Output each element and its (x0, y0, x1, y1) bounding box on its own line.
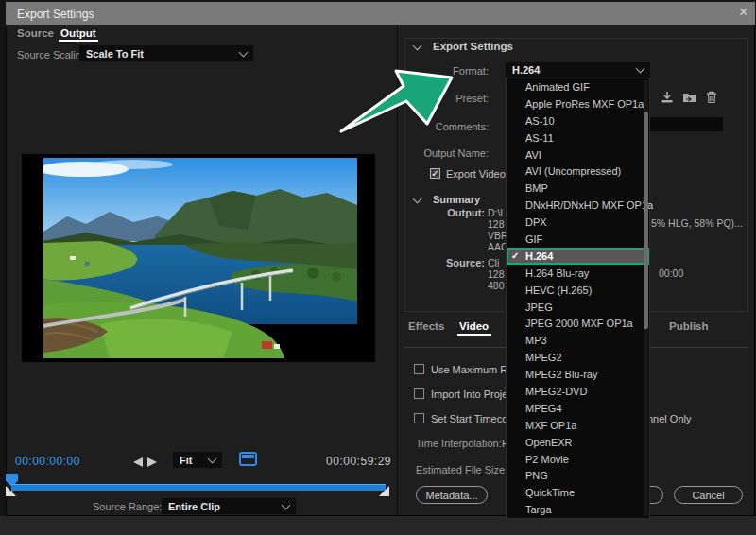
format-select[interactable]: H.264 (506, 62, 650, 78)
set-in-point-button[interactable] (133, 457, 143, 467)
format-option-label: Targa (525, 504, 552, 515)
format-option-jpeg[interactable]: JPEG (507, 299, 649, 316)
download-icon (661, 91, 674, 104)
chevron-down-icon (282, 500, 291, 509)
summary-source-label: Source: (369, 257, 485, 268)
format-option-apple-prores-mxf-op1a[interactable]: Apple ProRes MXF OP1a (507, 95, 649, 112)
format-option-openexr[interactable]: OpenEXR (507, 434, 649, 451)
format-option-animated-gif[interactable]: Animated GIF (507, 78, 649, 95)
format-option-targa[interactable]: Targa (507, 501, 649, 518)
source-range-label: Source Range: (93, 501, 162, 512)
save-preset-button[interactable] (661, 91, 674, 104)
format-option-mp3[interactable]: MP3 (507, 332, 649, 349)
format-option-gif[interactable]: GIF (507, 231, 649, 248)
preview-zoom-value: Fit (180, 455, 192, 466)
metadata-button[interactable]: Metadata... (416, 486, 488, 504)
export-settings-header: Export Settings (433, 41, 513, 52)
tab-output-underline (59, 40, 98, 42)
dropdown-scrollbar-thumb[interactable] (644, 112, 648, 329)
format-option-bmp[interactable]: BMP (507, 180, 649, 197)
format-option-label: Apple ProRes MXF OP1a (525, 98, 644, 110)
format-option-label: P2 Movie (525, 454, 569, 465)
summary-output-value: D:\l (488, 207, 503, 218)
close-button[interactable]: × (739, 4, 747, 21)
format-option-label: AVI (525, 149, 541, 161)
format-option-jpeg-2000-mxf-op1a[interactable]: JPEG 2000 MXF OP1a (507, 315, 649, 332)
delete-preset-button[interactable] (706, 91, 717, 104)
export-video-checkbox[interactable]: ✓ (430, 168, 440, 179)
aspect-corrected-preview-toggle[interactable] (239, 452, 257, 466)
source-range-value: Entire Clip (168, 501, 220, 512)
format-option-dnxhr-dnxhd-mxf-op1a[interactable]: DNxHR/DNxHD MXF OP1a (507, 197, 649, 214)
format-option-h-264-blu-ray[interactable]: H.264 Blu-ray (507, 265, 649, 282)
format-option-h-264[interactable]: ✓H.264 (507, 248, 649, 265)
source-scaling-select[interactable]: Scale To Fit (79, 45, 253, 61)
format-option-label: AS-10 (525, 115, 555, 127)
estimated-file-size-label: Estimated File Size: (416, 464, 507, 475)
monitor-icon (242, 455, 254, 458)
trim-handle-right[interactable] (379, 486, 389, 496)
summary-source-line: 480 (488, 280, 505, 291)
format-option-mpeg2-dvd[interactable]: MPEG2-DVD (507, 383, 649, 400)
format-option-avi-uncompressed-[interactable]: AVI (Uncompressed) (507, 163, 649, 180)
format-option-label: AS-11 (525, 132, 554, 144)
format-option-label: HEVC (H.265) (525, 285, 592, 296)
format-option-png[interactable]: PNG (507, 467, 649, 484)
format-dropdown-menu: Animated GIFApple ProRes MXF OP1aAS-10AS… (506, 78, 650, 519)
import-into-project-checkbox[interactable] (414, 388, 424, 399)
format-option-label: BMP (525, 182, 548, 194)
summary-output-line: 128 (488, 218, 505, 230)
import-preset-button[interactable] (682, 91, 696, 104)
format-option-label: JPEG (525, 302, 553, 313)
format-option-as-10[interactable]: AS-10 (507, 112, 649, 129)
output-name-label: Output Name: (378, 147, 489, 159)
use-maximum-render-checkbox[interactable] (414, 364, 424, 374)
cancel-button[interactable]: Cancel (674, 486, 743, 504)
format-option-mxf-op1a[interactable]: MXF OP1a (507, 417, 649, 434)
summary-header: Summary (433, 194, 480, 205)
tab-publish[interactable]: Publish (669, 320, 709, 332)
source-range-select[interactable]: Entire Clip (162, 498, 296, 514)
tab-video[interactable]: Video (459, 320, 489, 332)
time-interpolation-label: Time Interpolation: (416, 438, 502, 449)
format-option-label: OpenEXR (525, 437, 573, 448)
folder-icon (682, 91, 696, 104)
format-option-p2-movie[interactable]: P2 Movie (507, 451, 649, 468)
current-timecode[interactable]: 00:00:00:00 (15, 455, 80, 468)
tab-effects[interactable]: Effects (408, 320, 444, 332)
duration-timecode: 00:00:59:29 (325, 455, 391, 468)
format-option-mpeg2-blu-ray[interactable]: MPEG2 Blu-ray (507, 366, 649, 383)
format-option-as-11[interactable]: AS-11 (507, 129, 649, 147)
title-bar (6, 2, 755, 25)
set-start-timecode-checkbox[interactable] (414, 413, 424, 423)
preview-zoom-select[interactable]: Fit (173, 452, 222, 468)
trash-icon (706, 91, 717, 104)
tab-source[interactable]: Source (17, 27, 54, 39)
format-option-label: DNxHR/DNxHD MXF OP1a (525, 199, 653, 211)
desktop-strip (0, 516, 756, 535)
format-option-label: MPEG2 (525, 352, 562, 363)
summary-source-value: Cli (488, 257, 499, 268)
format-option-label: MPEG2 Blu-ray (525, 369, 597, 380)
format-option-label: QuickTime (525, 487, 575, 498)
format-option-avi[interactable]: AVI (507, 147, 649, 164)
format-value: H.264 (512, 64, 540, 76)
format-option-label: JPEG 2000 MXF OP1a (525, 318, 633, 329)
import-into-project-label: Import Into Project (431, 388, 516, 400)
format-option-quicktime[interactable]: QuickTime (507, 484, 649, 501)
annotation-arrow (321, 55, 468, 145)
format-option-mpeg4[interactable]: MPEG4 (507, 400, 649, 417)
export-video-label: Export Video (446, 168, 506, 180)
summary-clipped-bottom: 00:00 (659, 268, 683, 279)
format-option-label: MXF OP1a (525, 420, 576, 431)
format-option-mpeg2[interactable]: MPEG2 (507, 349, 649, 366)
format-option-dpx[interactable]: DPX (507, 214, 649, 231)
tab-output[interactable]: Output (60, 27, 96, 39)
set-out-point-button[interactable] (147, 457, 157, 467)
checkmark-icon: ✓ (507, 250, 525, 261)
format-option-label: AVI (Uncompressed) (525, 165, 621, 177)
export-settings-screen: Export Settings × Source Output Source S… (0, 0, 756, 535)
trim-handle-left[interactable] (6, 486, 16, 496)
timeline-bar[interactable] (11, 484, 386, 491)
format-option-hevc-h-265-[interactable]: HEVC (H.265) (507, 282, 649, 299)
